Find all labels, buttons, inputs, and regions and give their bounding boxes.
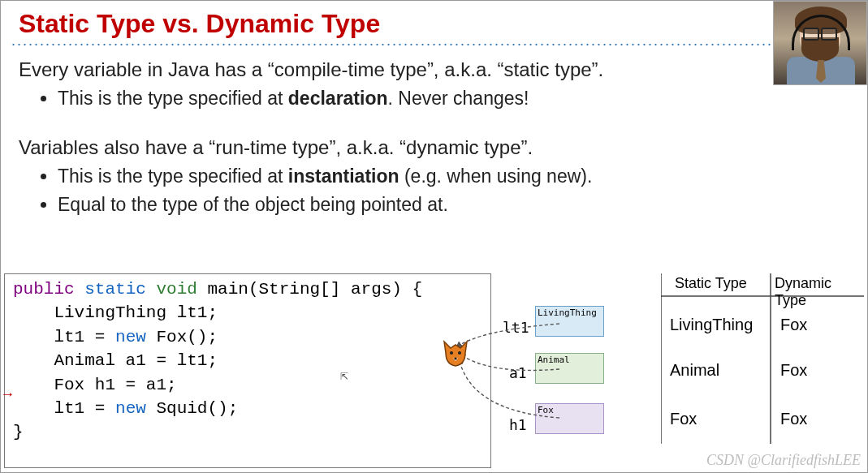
- cell-h1-static: Fox: [670, 410, 697, 428]
- cell-a1-dynamic: Fox: [780, 361, 807, 380]
- cell-lt1-dynamic: Fox: [780, 316, 807, 334]
- col-header-static: Static Type: [675, 275, 747, 292]
- slide-title: Static Type vs. Dynamic Type: [1, 1, 867, 44]
- code-text: }: [13, 423, 24, 441]
- code-text: lt1 =: [13, 399, 115, 418]
- fox-icon: [439, 337, 472, 369]
- code-text: main(String[] args) {: [197, 280, 422, 299]
- code-text: LivingThing lt1;: [13, 303, 218, 322]
- text: This is the type specified at: [58, 88, 288, 109]
- cell-h1-dynamic: Fox: [780, 410, 807, 428]
- code-text: Animal a1 = lt1;: [13, 351, 218, 370]
- text-bold: instantiation: [288, 166, 399, 187]
- kw-public: public: [13, 280, 75, 299]
- paragraph-dynamic-type: Variables also have a “run-time type”, a…: [1, 131, 867, 162]
- code-text: Squid();: [146, 399, 238, 418]
- type-diagram: Static Type Dynamic Type LivingThing Fox…: [494, 273, 864, 467]
- current-line-arrow-icon: →: [3, 385, 12, 405]
- paragraph-static-type: Every variable in Java has a “compile-ti…: [1, 54, 867, 84]
- kw-new: new: [115, 328, 146, 346]
- text: . Never changes!: [388, 88, 529, 109]
- bullet-dynamic-1: This is the type specified at instantiat…: [58, 162, 867, 191]
- svg-point-5: [454, 357, 456, 359]
- code-text: Fox h1 = a1;: [13, 376, 177, 394]
- cell-lt1-static: LivingThing: [670, 316, 753, 334]
- watermark: CSDN @ClarifiedfishLEE: [706, 452, 861, 469]
- bullet-dynamic-2: Equal to the type of the object being po…: [58, 191, 867, 219]
- kw-new: new: [115, 399, 146, 418]
- text: This is the type specified at: [58, 166, 288, 187]
- bullets-static: This is the type specified at declaratio…: [1, 84, 867, 113]
- cell-a1-static: Animal: [670, 361, 719, 380]
- text-bold: declaration: [288, 88, 388, 109]
- kw-void: void: [156, 280, 196, 299]
- kw-static: static: [84, 280, 146, 299]
- code-text: Fox();: [146, 328, 218, 346]
- text: (e.g. when using new).: [399, 166, 593, 187]
- bullets-dynamic: This is the type specified at instantiat…: [1, 162, 867, 220]
- col-header-dynamic: Dynamic Type: [775, 275, 864, 309]
- bullet-static-1: This is the type specified at declaratio…: [58, 84, 867, 113]
- mouse-cursor-icon: ⇱: [340, 371, 348, 382]
- svg-point-4: [458, 351, 461, 355]
- code-snippet: public static void main(String[] args) {…: [4, 273, 491, 468]
- pointer-arrows: [430, 306, 616, 452]
- svg-point-3: [450, 351, 453, 355]
- presenter-webcam: [773, 1, 867, 85]
- title-underline: [11, 44, 790, 45]
- code-text: lt1 =: [13, 328, 115, 346]
